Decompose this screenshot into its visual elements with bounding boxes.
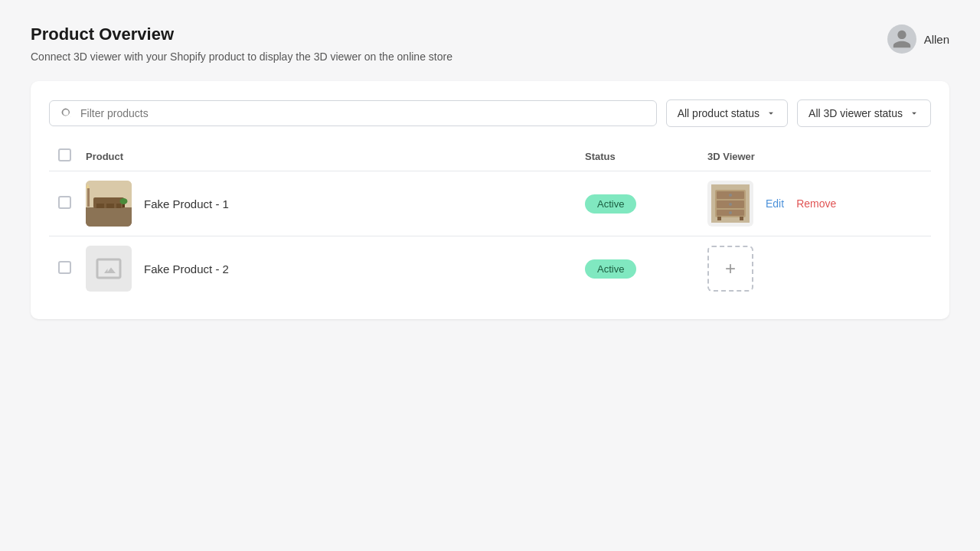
row1-viewer-cell: Edit Remove bbox=[707, 181, 922, 227]
svg-rect-3 bbox=[96, 204, 104, 208]
main-card: All product status All 3D viewer status … bbox=[31, 81, 949, 319]
row1-viewer-thumbnail bbox=[707, 181, 753, 227]
header-area: Product Overview Connect 3D viewer with … bbox=[31, 24, 949, 63]
svg-rect-1 bbox=[86, 207, 132, 227]
select-all-checkbox[interactable] bbox=[58, 148, 71, 161]
col-header-viewer: 3D Viewer bbox=[707, 151, 922, 162]
row1-viewer-image bbox=[707, 181, 753, 227]
row2-add-viewer-button[interactable]: + bbox=[707, 246, 753, 292]
viewer-status-filter-label: All 3D viewer status bbox=[808, 107, 903, 119]
svg-rect-19 bbox=[740, 217, 743, 220]
row1-product-cell: Fake Product - 1 bbox=[86, 181, 585, 227]
chevron-down-icon bbox=[766, 108, 776, 119]
col-header-status: Status bbox=[585, 151, 707, 162]
svg-point-17 bbox=[729, 211, 732, 214]
row2-checkbox[interactable] bbox=[58, 261, 71, 274]
user-name: Allen bbox=[924, 33, 949, 46]
toolbar: All product status All 3D viewer status bbox=[49, 99, 931, 127]
table-row: Fake Product - 2 Active + bbox=[49, 236, 931, 301]
row1-checkbox[interactable] bbox=[58, 196, 71, 209]
search-input[interactable] bbox=[80, 107, 645, 119]
row1-check-cell bbox=[58, 196, 86, 212]
table-row: Fake Product - 1 Active bbox=[49, 171, 931, 236]
row1-product-thumbnail bbox=[86, 181, 132, 227]
viewer-status-filter[interactable]: All 3D viewer status bbox=[797, 99, 931, 127]
row2-product-name: Fake Product - 2 bbox=[144, 262, 229, 276]
row2-status-cell: Active bbox=[585, 259, 707, 279]
user-section: Allen bbox=[887, 24, 949, 54]
row1-edit-button[interactable]: Edit bbox=[766, 197, 784, 210]
row1-thumbnail-image bbox=[86, 181, 132, 227]
plus-icon: + bbox=[725, 259, 736, 278]
table-header: Product Status 3D Viewer bbox=[49, 142, 931, 171]
title-section: Product Overview Connect 3D viewer with … bbox=[31, 24, 452, 63]
svg-rect-4 bbox=[106, 204, 114, 208]
user-avatar-icon bbox=[891, 28, 913, 50]
row1-remove-button[interactable]: Remove bbox=[796, 197, 836, 210]
search-wrapper bbox=[49, 100, 657, 126]
page-title: Product Overview bbox=[31, 24, 452, 44]
svg-point-9 bbox=[120, 198, 128, 204]
svg-point-15 bbox=[729, 203, 732, 206]
avatar bbox=[887, 24, 916, 54]
page-container: Product Overview Connect 3D viewer with … bbox=[0, 0, 980, 344]
svg-rect-5 bbox=[116, 204, 121, 208]
row2-product-thumbnail bbox=[86, 246, 132, 292]
row2-status-badge: Active bbox=[585, 259, 636, 279]
product-table: Product Status 3D Viewer bbox=[49, 142, 931, 301]
svg-point-13 bbox=[729, 194, 732, 197]
page-subtitle: Connect 3D viewer with your Shopify prod… bbox=[31, 51, 452, 63]
row2-product-cell: Fake Product - 2 bbox=[86, 246, 585, 292]
row1-status-cell: Active bbox=[585, 194, 707, 214]
select-all-cell bbox=[58, 148, 86, 165]
placeholder-image-icon bbox=[95, 255, 122, 282]
svg-rect-6 bbox=[87, 188, 90, 207]
col-header-product: Product bbox=[86, 151, 585, 162]
chevron-down-icon-2 bbox=[909, 108, 920, 119]
search-icon bbox=[60, 107, 73, 119]
product-status-filter[interactable]: All product status bbox=[666, 99, 788, 127]
row2-check-cell bbox=[58, 261, 86, 277]
row1-status-badge: Active bbox=[585, 194, 636, 214]
row1-product-name: Fake Product - 1 bbox=[144, 197, 229, 210]
row2-viewer-cell: + bbox=[707, 246, 922, 292]
product-status-filter-label: All product status bbox=[678, 107, 760, 119]
row1-viewer-actions: Edit Remove bbox=[766, 197, 836, 210]
svg-rect-18 bbox=[717, 217, 721, 220]
